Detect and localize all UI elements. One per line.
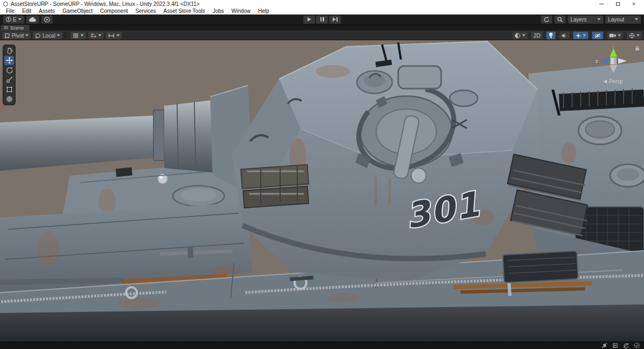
services-button[interactable] (41, 16, 53, 24)
snap-increment-dropdown[interactable] (106, 32, 122, 39)
minimize-button[interactable] (594, 0, 610, 8)
scene-lighting-toggle[interactable] (546, 32, 555, 39)
down-axis-cone[interactable] (610, 65, 617, 73)
chevron-down-icon (597, 18, 601, 20)
pause-button[interactable] (316, 16, 328, 24)
z-axis-cone[interactable] (600, 59, 609, 64)
minimize-icon (599, 4, 604, 4)
notifications-muted-icon[interactable] (602, 341, 608, 349)
gizmos-dropdown[interactable] (627, 32, 642, 39)
menu-asset-store-tools[interactable]: Asset Store Tools (160, 8, 209, 14)
main-toolbar: E Layers Layout (0, 14, 644, 25)
hull-grille-small (503, 251, 579, 282)
orientation-gizmo[interactable]: y z Persp (592, 43, 634, 84)
tool-transform[interactable] (4, 94, 14, 104)
account-label: E (13, 17, 17, 23)
camera-settings-dropdown[interactable] (607, 32, 623, 39)
pause-icon (320, 17, 324, 21)
tool-move[interactable] (4, 56, 14, 65)
chevron-down-icon (522, 34, 525, 37)
layers-dropdown[interactable]: Layers (568, 16, 603, 24)
local-icon (35, 33, 41, 39)
2d-label: 2D (533, 33, 540, 39)
x-axis-cone[interactable] (618, 59, 627, 64)
play-icon (308, 17, 311, 21)
transform-tool-icon (6, 96, 13, 103)
view-lock[interactable] (635, 43, 640, 53)
rotate-icon (6, 67, 13, 74)
scale-icon (6, 76, 13, 83)
y-axis-cone[interactable] (610, 48, 617, 57)
grid-icon (72, 33, 79, 39)
search-button[interactable] (554, 16, 566, 24)
tool-handle-rotation-dropdown[interactable]: Local (33, 32, 62, 39)
step-button[interactable] (329, 16, 341, 24)
tool-handle-position-dropdown[interactable]: Pivot (2, 32, 31, 39)
shaded-sphere-icon (515, 33, 521, 39)
dock-tab-bar: Scene (0, 25, 644, 31)
2d-toggle-button[interactable]: 2D (531, 32, 543, 39)
menu-component[interactable]: Component (97, 8, 132, 14)
scene-viewport[interactable]: 301 301 (0, 40, 644, 341)
effects-dropdown[interactable] (573, 32, 588, 39)
projection-mode[interactable]: Persp (592, 78, 634, 84)
eye-slash-icon (594, 33, 601, 39)
camera-icon (609, 33, 616, 38)
layout-dropdown[interactable]: Layout (605, 16, 641, 24)
menu-gameobject[interactable]: GameObject (58, 8, 96, 14)
tool-scale[interactable] (4, 75, 14, 84)
window-title: AssetStoreURP - SceneURP - Windows, Mac,… (11, 1, 594, 7)
chevron-down-icon (116, 34, 120, 37)
shading-mode-dropdown[interactable] (513, 32, 528, 39)
maximize-icon (616, 2, 620, 6)
tool-rotate[interactable] (4, 66, 14, 75)
undo-history-icon (544, 17, 550, 23)
grid-visibility-dropdown[interactable] (70, 32, 86, 39)
audio-speaker-icon (561, 33, 567, 39)
chevron-down-icon (583, 34, 586, 37)
chevron-down-icon (57, 34, 60, 37)
cloud-button[interactable] (26, 16, 39, 24)
unity-app-icon (3, 2, 8, 6)
move-icon (6, 57, 13, 64)
menu-bar: File Edit Assets GameObject Component Se… (0, 8, 644, 14)
snap-increment-icon (108, 33, 115, 39)
tab-scene[interactable]: Scene (1, 25, 30, 31)
chevron-down-icon (25, 34, 28, 37)
maximize-button[interactable] (610, 0, 626, 8)
menu-assets[interactable]: Assets (35, 8, 58, 14)
hand-icon (6, 47, 13, 54)
close-button[interactable]: × (626, 0, 642, 8)
menu-file[interactable]: File (2, 8, 18, 14)
scene-tools-overlay (3, 45, 16, 105)
chevron-down-icon (635, 18, 638, 20)
lightbulb-icon (548, 32, 553, 39)
play-button[interactable] (303, 16, 315, 24)
auto-refresh-disabled-icon[interactable] (623, 341, 629, 349)
tool-rect[interactable] (4, 85, 14, 94)
menu-help[interactable]: Help (254, 8, 273, 14)
menu-jobs[interactable]: Jobs (209, 8, 228, 14)
menu-edit[interactable]: Edit (18, 8, 35, 14)
status-bar (0, 341, 644, 349)
progress-check-icon[interactable] (634, 341, 640, 349)
tool-view-hand[interactable] (4, 46, 14, 55)
cache-server-icon[interactable] (612, 341, 618, 349)
menu-services[interactable]: Services (131, 8, 159, 14)
snap-icon (90, 33, 97, 39)
pivot-icon (4, 33, 10, 39)
local-label: Local (42, 33, 55, 39)
lock-icon (635, 45, 640, 51)
scene-visibility-toggle[interactable] (592, 32, 603, 39)
persp-arrow-icon (604, 79, 608, 84)
tank-3d-render: 301 301 (0, 40, 644, 341)
play-controls (303, 16, 341, 24)
menu-window[interactable]: Window (228, 8, 254, 14)
snap-toggle-dropdown[interactable] (88, 32, 104, 39)
chevron-down-icon (98, 34, 101, 37)
chevron-down-icon (18, 18, 21, 20)
account-dropdown[interactable]: E (3, 16, 24, 24)
audio-toggle[interactable] (559, 32, 569, 39)
undo-history-button[interactable] (541, 16, 552, 24)
chevron-down-icon (80, 34, 84, 37)
